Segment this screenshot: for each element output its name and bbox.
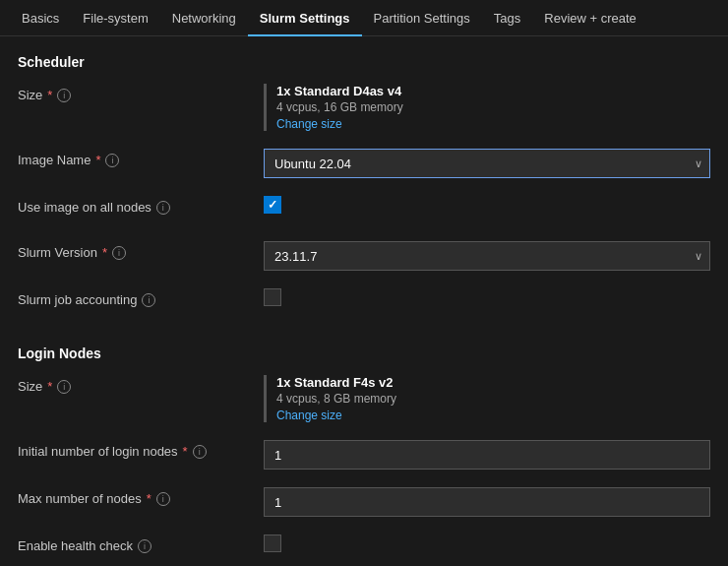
login-change-size-link[interactable]: Change size bbox=[276, 409, 710, 422]
login-size-value: 1x Standard F4s v2 4 vcpus, 8 GB memory … bbox=[264, 375, 710, 422]
slurm-job-accounting-control bbox=[264, 288, 710, 306]
slurm-job-accounting-label: Slurm job accounting i bbox=[18, 288, 264, 307]
scheduler-size-label: Size * i bbox=[18, 84, 264, 102]
tab-networking[interactable]: Networking bbox=[160, 0, 248, 36]
scheduler-size-info-icon[interactable]: i bbox=[57, 89, 71, 102]
main-content: Scheduler Size * i 1x Standard D4as v4 4… bbox=[0, 36, 728, 566]
use-image-checkbox[interactable] bbox=[264, 196, 281, 214]
scheduler-change-size-link[interactable]: Change size bbox=[276, 117, 710, 131]
initial-login-nodes-input[interactable] bbox=[264, 440, 710, 470]
scheduler-size-required: * bbox=[47, 88, 52, 102]
use-image-control bbox=[264, 196, 710, 214]
enable-health-check-info-icon[interactable]: i bbox=[138, 539, 152, 553]
initial-login-nodes-required: * bbox=[183, 444, 188, 459]
scheduler-section-header: Scheduler bbox=[18, 54, 710, 70]
scheduler-vm-name: 1x Standard D4as v4 bbox=[276, 84, 710, 98]
image-name-select[interactable]: Ubuntu 22.04 Ubuntu 20.04 CentOS 7 bbox=[264, 149, 710, 178]
enable-health-check-label-text: Enable health check bbox=[18, 538, 133, 553]
login-size-label: Size * i bbox=[18, 375, 264, 394]
login-vm-size-block: 1x Standard F4s v2 4 vcpus, 8 GB memory … bbox=[264, 375, 710, 422]
max-nodes-input[interactable] bbox=[264, 487, 710, 517]
use-image-label: Use image on all nodes i bbox=[18, 196, 264, 215]
slurm-version-select-wrapper: 23.11.7 23.11.6 23.11.5 ∨ bbox=[264, 241, 710, 271]
initial-login-nodes-label-text: Initial number of login nodes bbox=[18, 444, 178, 459]
slurm-version-row: Slurm Version * i 23.11.7 23.11.6 23.11.… bbox=[18, 241, 710, 271]
image-name-required: * bbox=[95, 153, 100, 167]
use-image-all-nodes-row: Use image on all nodes i bbox=[18, 196, 710, 223]
enable-health-check-checkbox[interactable] bbox=[264, 535, 281, 552]
use-image-info-icon[interactable]: i bbox=[156, 201, 170, 215]
login-vm-detail: 4 vcpus, 8 GB memory bbox=[276, 392, 710, 406]
scheduler-size-row: Size * i 1x Standard D4as v4 4 vcpus, 16… bbox=[18, 84, 710, 131]
slurm-version-control: 23.11.7 23.11.6 23.11.5 ∨ bbox=[264, 241, 710, 271]
slurm-job-accounting-row: Slurm job accounting i bbox=[18, 288, 710, 316]
max-nodes-required: * bbox=[147, 491, 152, 506]
login-size-label-text: Size bbox=[18, 379, 42, 394]
tab-file-system[interactable]: File-system bbox=[71, 0, 159, 36]
use-image-checkbox-wrapper bbox=[264, 196, 710, 214]
tab-basics[interactable]: Basics bbox=[10, 0, 71, 36]
initial-login-nodes-control bbox=[264, 440, 710, 470]
login-size-row: Size * i 1x Standard F4s v2 4 vcpus, 8 G… bbox=[18, 375, 710, 422]
image-name-select-wrapper: Ubuntu 22.04 Ubuntu 20.04 CentOS 7 ∨ bbox=[264, 149, 710, 178]
image-name-control: Ubuntu 22.04 Ubuntu 20.04 CentOS 7 ∨ bbox=[264, 149, 710, 178]
login-size-info-icon[interactable]: i bbox=[57, 380, 71, 394]
enable-health-check-checkbox-wrapper bbox=[264, 535, 710, 552]
scheduler-size-label-text: Size bbox=[18, 88, 42, 102]
slurm-job-accounting-info-icon[interactable]: i bbox=[142, 293, 155, 307]
max-nodes-label: Max number of nodes * i bbox=[18, 487, 264, 506]
login-nodes-section-header: Login Nodes bbox=[18, 346, 710, 361]
use-image-label-text: Use image on all nodes bbox=[18, 200, 152, 215]
enable-health-check-label: Enable health check i bbox=[18, 535, 264, 553]
slurm-version-select[interactable]: 23.11.7 23.11.6 23.11.5 bbox=[264, 241, 710, 271]
max-nodes-control bbox=[264, 487, 710, 517]
slurm-version-label-text: Slurm Version bbox=[18, 245, 97, 260]
slurm-version-label: Slurm Version * i bbox=[18, 241, 264, 260]
initial-login-nodes-label: Initial number of login nodes * i bbox=[18, 440, 264, 459]
max-nodes-label-text: Max number of nodes bbox=[18, 491, 142, 506]
max-nodes-row: Max number of nodes * i bbox=[18, 487, 710, 517]
image-name-label-text: Image Name bbox=[18, 153, 91, 167]
scheduler-size-value: 1x Standard D4as v4 4 vcpus, 16 GB memor… bbox=[264, 84, 710, 131]
tab-bar: Basics File-system Networking Slurm Sett… bbox=[0, 0, 728, 36]
section-divider-1 bbox=[18, 334, 710, 346]
scheduler-vm-size-block: 1x Standard D4as v4 4 vcpus, 16 GB memor… bbox=[264, 84, 710, 131]
tab-partition-settings[interactable]: Partition Settings bbox=[362, 0, 482, 36]
login-size-required: * bbox=[47, 379, 52, 394]
enable-health-check-row: Enable health check i bbox=[18, 535, 710, 562]
slurm-job-accounting-checkbox-wrapper bbox=[264, 288, 710, 306]
slurm-version-required: * bbox=[102, 245, 107, 260]
login-vm-name: 1x Standard F4s v2 bbox=[276, 375, 710, 390]
image-name-row: Image Name * i Ubuntu 22.04 Ubuntu 20.04… bbox=[18, 149, 710, 178]
slurm-job-accounting-label-text: Slurm job accounting bbox=[18, 292, 137, 307]
image-name-label: Image Name * i bbox=[18, 149, 264, 167]
tab-review-create[interactable]: Review + create bbox=[532, 0, 648, 36]
initial-login-nodes-row: Initial number of login nodes * i bbox=[18, 440, 710, 470]
tab-slurm-settings[interactable]: Slurm Settings bbox=[248, 0, 362, 36]
scheduler-vm-detail: 4 vcpus, 16 GB memory bbox=[276, 100, 710, 114]
slurm-version-info-icon[interactable]: i bbox=[112, 246, 126, 260]
initial-login-nodes-info-icon[interactable]: i bbox=[193, 445, 207, 459]
max-nodes-info-icon[interactable]: i bbox=[156, 492, 170, 506]
image-name-info-icon[interactable]: i bbox=[105, 154, 119, 167]
tab-tags[interactable]: Tags bbox=[482, 0, 532, 36]
slurm-job-accounting-checkbox[interactable] bbox=[264, 288, 281, 306]
enable-health-check-control bbox=[264, 535, 710, 552]
